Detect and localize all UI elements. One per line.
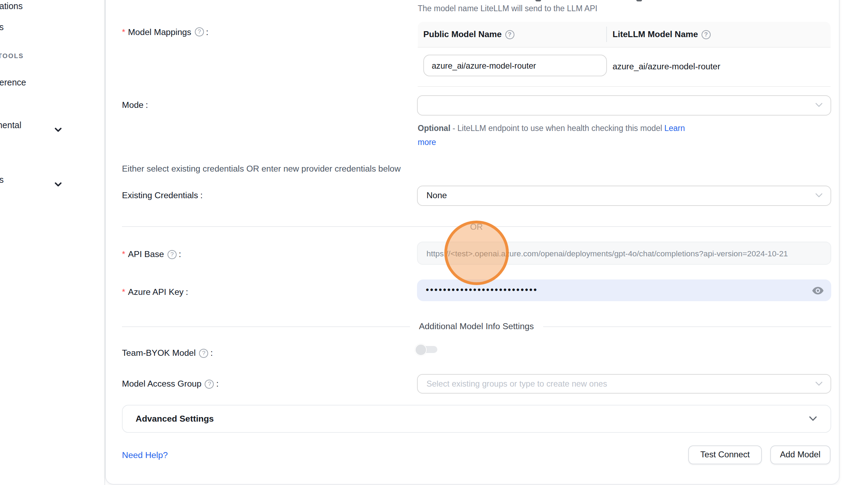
toggle-knob xyxy=(415,344,427,356)
chevron-down-icon xyxy=(808,416,817,421)
sidebar-item-erence[interactable]: erence xyxy=(0,77,26,87)
chevron-down-icon[interactable] xyxy=(55,123,62,135)
table-header-public-model-name: Public Model Name ? xyxy=(418,29,606,39)
add-model-button[interactable]: Add Model xyxy=(770,445,831,464)
or-divider-label: OR xyxy=(461,222,492,231)
sidebar-item-s[interactable]: s xyxy=(0,22,4,32)
chevron-down-icon xyxy=(815,381,822,386)
sidebar-section-tools: TOOLS xyxy=(0,53,24,60)
model-access-group-label: Model Access Group ? : xyxy=(122,378,219,389)
add-model-page: ations s TOOLS erence mental s The model… xyxy=(0,0,868,485)
or-divider: OR xyxy=(122,221,831,232)
api-base-label: * API Base ? : xyxy=(122,249,181,260)
question-circle-icon[interactable]: ? xyxy=(702,30,711,39)
mode-help-text: Optional- LiteLLM endpoint to use when h… xyxy=(418,122,702,149)
sidebar-item-settings[interactable]: s xyxy=(0,175,4,185)
azure-api-key-input[interactable]: •••••••••••••••••••••••••• xyxy=(417,279,831,301)
additional-info-divider-label: Additional Model Info Settings xyxy=(410,321,543,331)
mode-label: Mode : xyxy=(122,99,148,110)
chevron-down-icon xyxy=(815,193,822,198)
question-circle-icon[interactable]: ? xyxy=(505,30,514,39)
required-asterisk: * xyxy=(122,28,125,35)
model-access-group-placeholder: Select existing groups or type to create… xyxy=(426,379,607,389)
team-byok-toggle[interactable] xyxy=(415,344,437,355)
need-help-link[interactable]: Need Help? xyxy=(122,450,168,460)
model-mappings-label: * Model Mappings ? : xyxy=(122,26,209,37)
mode-select[interactable] xyxy=(417,95,831,115)
public-model-name-input[interactable] xyxy=(423,55,607,76)
question-circle-icon[interactable]: ? xyxy=(199,348,209,358)
existing-credentials-value: None xyxy=(426,190,447,200)
advanced-settings-panel[interactable]: Advanced Settings xyxy=(122,404,831,432)
masked-api-key: •••••••••••••••••••••••••• xyxy=(426,285,538,294)
question-circle-icon[interactable]: ? xyxy=(195,27,204,36)
table-header-litellm-model-name: LiteLLM Model Name ? xyxy=(606,29,711,39)
question-circle-icon[interactable]: ? xyxy=(168,250,177,259)
table-header-row: Public Model Name ? LiteLLM Model Name ? xyxy=(418,22,831,48)
litellm-model-name-value: azure_ai/azure-model-router xyxy=(613,48,720,86)
required-asterisk: * xyxy=(122,251,125,258)
team-byok-label: Team-BYOK Model ? : xyxy=(122,347,213,359)
model-access-group-select[interactable]: Select existing groups or type to create… xyxy=(417,374,831,394)
chevron-down-icon xyxy=(815,103,822,108)
question-circle-icon[interactable]: ? xyxy=(205,379,214,388)
required-asterisk: * xyxy=(122,289,125,296)
eye-icon[interactable] xyxy=(812,286,823,294)
azure-api-key-label: * Azure API Key : xyxy=(122,286,188,298)
advanced-settings-label: Advanced Settings xyxy=(136,414,214,423)
existing-credentials-select[interactable]: None xyxy=(417,185,831,206)
sidebar: ations s TOOLS erence mental s xyxy=(0,0,105,485)
chevron-down-icon[interactable] xyxy=(55,177,62,190)
credentials-note: Either select existing credentials OR en… xyxy=(122,164,401,173)
cropped-text-sliver xyxy=(535,0,541,1)
api-base-value: https://<test>.openai.azure.com/openai/d… xyxy=(426,249,788,257)
sidebar-item-mental[interactable]: mental xyxy=(0,120,21,130)
model-name-description: The model name LiteLLM will send to the … xyxy=(418,4,597,12)
existing-credentials-label: Existing Credentials : xyxy=(122,190,203,201)
additional-info-divider: Additional Model Info Settings xyxy=(122,321,831,332)
sidebar-item-ations[interactable]: ations xyxy=(0,1,23,11)
table-row: azure_ai/azure-model-router xyxy=(418,48,831,86)
test-connect-button[interactable]: Test Connect xyxy=(688,445,762,464)
cropped-text-sliver xyxy=(636,0,642,1)
model-mappings-table: Public Model Name ? LiteLLM Model Name ?… xyxy=(418,22,831,86)
column-separator xyxy=(606,27,607,42)
api-base-input[interactable]: https://<test>.openai.azure.com/openai/d… xyxy=(417,242,831,265)
